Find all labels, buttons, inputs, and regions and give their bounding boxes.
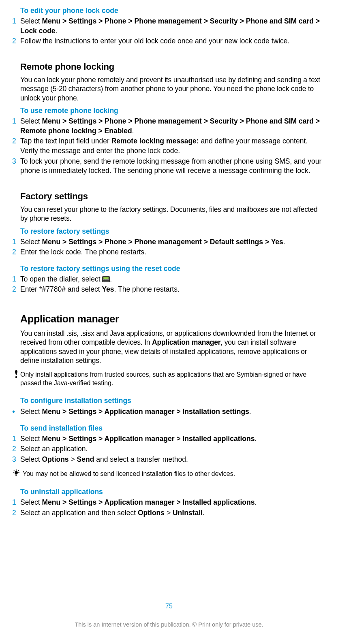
menu-path: Menu > Settings > Phone > Phone manageme… [42, 238, 283, 246]
step-number: 1 [12, 17, 20, 36]
step-number: 1 [12, 237, 20, 247]
step-text: Follow the instructions to enter your ol… [20, 36, 326, 46]
step-pre: Select [20, 498, 42, 506]
proc-title-use-remote-locking: To use remote phone locking [20, 107, 326, 115]
section-heading-remote-locking: Remote phone locking [20, 62, 326, 72]
svg-rect-6 [105, 281, 107, 281]
bold-label: Remote locking message: [111, 137, 199, 145]
bullet-text: Select Menu > Settings > Application man… [20, 407, 326, 416]
step-row: 3 Select Options > Send and select a tra… [12, 455, 326, 465]
proc-title-restore-factory-reset-code: To restore factory settings using the re… [20, 264, 326, 273]
step-pre: Select [20, 407, 42, 416]
svg-point-8 [15, 376, 17, 377]
step-post: . [56, 27, 58, 35]
dialler-icon [102, 275, 110, 281]
step-post: . [132, 127, 134, 135]
step-pre: Select [20, 435, 42, 443]
step-text: Tap the text input field under Remote lo… [20, 136, 326, 156]
step-text: Select Menu > Settings > Phone > Phone m… [20, 117, 326, 136]
page-content: To edit your phone lock code 1 Select Me… [8, 0, 330, 518]
step-number: 1 [12, 117, 20, 136]
step-text: Select Menu > Settings > Application man… [20, 498, 326, 508]
page-footer: 75 This is an Internet version of this p… [0, 603, 338, 628]
svg-line-11 [18, 470, 19, 471]
section-heading-application-manager: Application manager [20, 313, 326, 325]
step-row: 1 Select Menu > Settings > Application m… [12, 498, 326, 508]
step-row: 1 Select Menu > Settings > Phone > Phone… [12, 117, 326, 136]
step-pre: Select [20, 238, 42, 246]
step-row: 1 Select Menu > Settings > Phone > Phone… [12, 17, 326, 36]
step-pre: Select [20, 455, 42, 463]
proc-title-send-install-files: To send installation files [20, 424, 326, 433]
svg-rect-1 [103, 277, 109, 279]
step-row: 2 Follow the instructions to enter your … [12, 36, 326, 46]
step-number: 2 [12, 136, 20, 156]
step-number: 2 [12, 36, 20, 46]
step-text: Enter *#7780# and select Yes. The phone … [20, 285, 326, 294]
step-number: 1 [12, 498, 20, 508]
step-number: 1 [12, 434, 20, 444]
svg-line-10 [14, 470, 15, 471]
step-pre: Select [20, 17, 42, 25]
svg-rect-7 [107, 281, 109, 281]
step-text: Select an application and then select Op… [20, 508, 326, 518]
step-post: . [283, 238, 285, 246]
svg-rect-14 [15, 475, 17, 475]
step-mid: > [165, 509, 173, 517]
warning-icon [12, 370, 20, 388]
warning-text: Only install applications from trusted s… [20, 370, 326, 388]
step-post: . [203, 509, 205, 517]
page-number: 75 [0, 603, 338, 610]
step-row: 1 Select Menu > Settings > Phone > Phone… [12, 237, 326, 247]
step-number: 1 [12, 275, 20, 284]
step-pre: Enter *#7780# and select [20, 285, 102, 293]
section-intro: You can lock your phone remotely and pre… [20, 75, 326, 102]
step-mid: > [69, 455, 77, 463]
menu-path: Menu > Settings > Phone > Phone manageme… [20, 17, 320, 35]
step-text: To lock your phone, send the remote lock… [20, 157, 326, 176]
step-post: . [110, 275, 112, 283]
step-row: 3 To lock your phone, send the remote lo… [12, 157, 326, 176]
section-intro: You can install .sis, .sisx and Java app… [20, 329, 326, 365]
warning-note: Only install applications from trusted s… [12, 370, 326, 388]
step-row: 2 Select an application. [12, 444, 326, 454]
tip-icon [12, 469, 20, 478]
step-number: 3 [12, 455, 20, 465]
step-text: Select Menu > Settings > Application man… [20, 434, 326, 444]
tip-text: You may not be allowed to send licenced … [20, 469, 326, 478]
menu-path: Menu > Settings > Application manager > … [42, 435, 255, 443]
step-text: Select Menu > Settings > Phone > Phone m… [20, 17, 326, 36]
bold-label: Options [42, 455, 69, 463]
svg-rect-4 [107, 279, 109, 280]
step-pre: Select [20, 117, 42, 125]
menu-path: Menu > Settings > Phone > Phone manageme… [20, 117, 320, 135]
proc-title-configure-install-settings: To configure installation settings [20, 397, 326, 405]
step-row: 2 Tap the text input field under Remote … [12, 136, 326, 156]
svg-rect-0 [102, 276, 110, 282]
step-text: To open the dialler, select . [20, 275, 326, 284]
proc-title-uninstall-apps: To uninstall applications [20, 488, 326, 496]
step-number: 3 [12, 157, 20, 176]
bold-label: Send [77, 455, 94, 463]
step-number: 2 [12, 285, 20, 294]
step-number: 2 [12, 247, 20, 257]
step-text: Select Options > Send and select a trans… [20, 455, 326, 465]
step-row: 2 Enter *#7780# and select Yes. The phon… [12, 285, 326, 294]
step-pre: Tap the text input field under [20, 137, 111, 145]
step-row: 1 To open the dialler, select . [12, 275, 326, 284]
section-heading-factory-settings: Factory settings [20, 191, 326, 202]
footer-copyright: This is an Internet version of this publ… [0, 621, 338, 628]
step-row: 2 Select an application and then select … [12, 508, 326, 518]
svg-rect-3 [105, 279, 107, 280]
step-post: . [249, 407, 251, 416]
bold-label: Yes [102, 285, 114, 293]
section-intro: You can reset your phone to the factory … [20, 205, 326, 223]
proc-title-edit-lock-code: To edit your phone lock code [20, 6, 326, 15]
step-number: 2 [12, 508, 20, 518]
bold-label: Options [138, 509, 165, 517]
step-number: 2 [12, 444, 20, 454]
step-text: Select Menu > Settings > Phone > Phone m… [20, 237, 326, 247]
step-post: and select a transfer method. [94, 455, 188, 463]
step-post: . [255, 498, 257, 506]
menu-path: Menu > Settings > Application manager > … [42, 498, 255, 506]
